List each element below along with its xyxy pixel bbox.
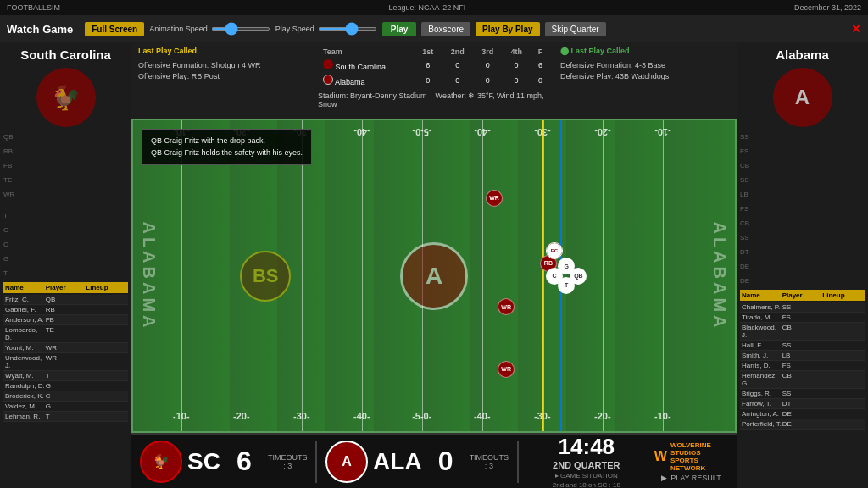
watch-game-title: Watch Game bbox=[7, 23, 73, 36]
ala-q2: 0 bbox=[442, 73, 473, 88]
sc-row-10: Lehman, R.T bbox=[3, 412, 128, 422]
score-row-ala: Alabama 0 0 0 0 0 bbox=[318, 73, 550, 88]
depth-label-t2: T bbox=[3, 269, 128, 277]
ala-row-10: Porterfield, T.DE bbox=[740, 419, 865, 430]
defense-play: Defensive Play: 43B Watchdogs bbox=[560, 71, 730, 83]
sc-header-player: Player bbox=[46, 284, 86, 291]
commentary-line1: QB Craig Fritz with the drop back. bbox=[151, 135, 303, 147]
sc-row-6: Wyatt, M.T bbox=[3, 371, 128, 381]
depth-label-rb: RB bbox=[3, 147, 128, 155]
col-team: Team bbox=[318, 46, 414, 58]
score-divider-right bbox=[517, 441, 519, 483]
boxscore-button[interactable]: Boxscore bbox=[421, 22, 470, 36]
play-by-play-button[interactable]: Play By Play bbox=[476, 22, 539, 36]
center-area: Last Play Called Offensive Formation: Sh… bbox=[131, 42, 737, 488]
toolbar: Watch Game Full Screen Animation Speed P… bbox=[0, 15, 868, 42]
ala-depth-de: DE bbox=[740, 263, 865, 270]
main-layout: South Carolina 🐓 QB RB FB TE WR T G C G … bbox=[0, 42, 868, 488]
ala-depth-lb: LB bbox=[740, 191, 865, 198]
ala-depth-fs: FS bbox=[740, 147, 865, 155]
field-logo-left: BS bbox=[240, 251, 291, 302]
last-play-defense: ⬤ Last Play Called Defensive Formation: … bbox=[560, 46, 730, 115]
sc-q1: 6 bbox=[414, 58, 442, 73]
play-speed-slider[interactable] bbox=[318, 27, 377, 30]
player-def-1: EC bbox=[546, 242, 563, 259]
col-1st: 1st bbox=[414, 46, 442, 58]
down-distance: 2nd and 10 on SC : 18 bbox=[553, 481, 620, 488]
offense-play: Offensive Play: RB Post bbox=[138, 71, 308, 83]
field-container: -10- -20- -30- -40- -5-0- -40- -30- -20-… bbox=[131, 119, 737, 433]
player-qb: QB bbox=[570, 268, 587, 285]
sc-header-name: Name bbox=[5, 284, 46, 291]
ala-roster: Name Player Lineup Chalmers, P.SS Tirado… bbox=[737, 288, 868, 488]
ala-depth-ss: SS bbox=[740, 133, 865, 141]
ala-depth-de2: DE bbox=[740, 277, 865, 285]
animation-speed-slider[interactable] bbox=[211, 27, 270, 30]
score-divider-left bbox=[315, 441, 317, 483]
ala-row-9: Arrington, A.DE bbox=[740, 409, 865, 419]
depth-label-c: C bbox=[3, 241, 128, 248]
depth-label-t: T bbox=[3, 212, 128, 219]
animation-speed-group: Animation Speed bbox=[149, 25, 270, 33]
ala-header-name: Name bbox=[742, 291, 782, 299]
sc-score-points: 6 bbox=[227, 446, 261, 477]
sc-team-row-name: South Carolina bbox=[336, 63, 387, 71]
play-result-label: PLAY RESULT bbox=[670, 474, 721, 482]
close-button[interactable]: ✕ bbox=[851, 22, 861, 36]
score-row-sc: South Carolina 6 0 0 0 6 bbox=[318, 58, 550, 73]
ala-header-lineup: Lineup bbox=[822, 291, 863, 299]
sc-q2: 0 bbox=[442, 58, 473, 73]
animation-speed-label: Animation Speed bbox=[149, 25, 208, 33]
top-bar: FOOTBALLSIM League: NCAA '22 NFI Decembe… bbox=[0, 0, 868, 15]
play-result-button[interactable]: ▶ PLAY RESULT bbox=[661, 474, 721, 482]
yn-50-bot: -5-0- bbox=[412, 411, 431, 421]
depth-label-qb: QB bbox=[3, 133, 128, 141]
ala-roster-header: Name Player Lineup bbox=[740, 290, 865, 301]
yard-line-20r bbox=[603, 120, 604, 431]
player-wr-1: WR bbox=[486, 190, 503, 207]
ala-score-abbr: ALA bbox=[373, 448, 422, 475]
scoreboard: 🐓 SC 6 TIMEOUTS : 3 A ALA 0 TIMEOUTS : 3 bbox=[131, 433, 737, 488]
ala-row-3: Hall, F.SS bbox=[740, 341, 865, 351]
yard-line-40l bbox=[362, 120, 363, 431]
game-clock: 14:48 bbox=[559, 434, 615, 460]
depth-label-te: TE bbox=[3, 176, 128, 184]
endzone-left-text: ALABAMA bbox=[139, 221, 159, 330]
sc-timeouts: TIMEOUTS : 3 bbox=[268, 453, 308, 470]
date-label: December 31, 2022 bbox=[794, 3, 861, 12]
yn-10l-bot: -10- bbox=[173, 411, 190, 421]
ala-depth-ss3: SS bbox=[740, 234, 865, 241]
left-side-panel: South Carolina 🐓 QB RB FB TE WR T G C G … bbox=[0, 42, 131, 488]
ala-timeouts: TIMEOUTS : 3 bbox=[470, 453, 509, 470]
sc-score-abbr: SC bbox=[187, 448, 220, 475]
last-play-offense: Last Play Called Offensive Formation: Sh… bbox=[138, 46, 308, 115]
sc-row-2: Anderson, A.FB bbox=[3, 315, 128, 325]
yard-line-30l bbox=[302, 120, 303, 431]
fullscreen-button[interactable]: Full Screen bbox=[85, 22, 144, 36]
play-button[interactable]: Play bbox=[382, 22, 417, 36]
sc-header-lineup: Lineup bbox=[86, 284, 126, 291]
ala-depth-fs2: FS bbox=[740, 205, 865, 213]
stadium-name: Stadium: Bryant-Denny Stadium bbox=[318, 92, 427, 100]
skip-quarter-button[interactable]: Skip Quarter bbox=[545, 22, 606, 36]
sc-row-9: Valdez, M.G bbox=[3, 402, 128, 412]
ala-row-2: Blackwood, J.CB bbox=[740, 323, 865, 341]
stadium-info: Stadium: Bryant-Denny Stadium Weather: ❄… bbox=[318, 92, 550, 108]
sc-score-section: 🐓 SC 6 TIMEOUTS : 3 bbox=[140, 441, 307, 483]
col-final: F bbox=[531, 46, 550, 58]
yn-20r-top: -20- bbox=[594, 127, 611, 137]
player-wr-3: WR bbox=[498, 361, 515, 378]
sc-final: 6 bbox=[531, 58, 550, 73]
yn-40l-bot: -40- bbox=[353, 411, 370, 421]
yn-40r-top: -40- bbox=[474, 127, 491, 137]
commentary-line2: QB Craig Fritz holds the safety with his… bbox=[151, 147, 303, 158]
sc-q3: 0 bbox=[473, 58, 502, 73]
yn-50-top: -5-0- bbox=[412, 127, 431, 137]
ala-row-0: Chalmers, P.SS bbox=[740, 302, 865, 313]
col-2nd: 2nd bbox=[442, 46, 473, 58]
wsn-logo: W WOLVERINE STUDIOS SPORTS NETWORK bbox=[654, 441, 728, 472]
ala-q3: 0 bbox=[473, 73, 502, 88]
left-team-logo-area: 🐓 bbox=[0, 64, 131, 131]
ala-depth-cb2: CB bbox=[740, 219, 865, 227]
play-result-icon: ▶ bbox=[661, 474, 667, 482]
